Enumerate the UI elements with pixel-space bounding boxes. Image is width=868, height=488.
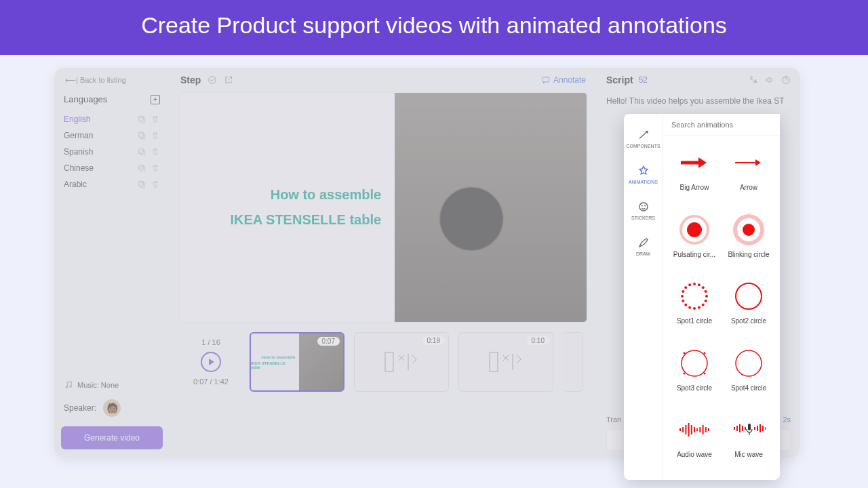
annotate-label: Annotate [553,75,586,85]
tab-label: COMPONENTS [624,144,663,148]
languages-header: Languages + [61,94,163,104]
canvas-image [395,93,587,322]
animation-preview [732,279,766,313]
svg-point-12 [209,77,216,84]
animation-preview [732,413,766,447]
svg-rect-1 [138,116,143,121]
language-item-arabic[interactable]: Arabic [61,176,163,192]
language-item-spanish[interactable]: Spanish [61,144,163,160]
animations-grid: Big ArrowArrowPulsating cir...Blinking c… [663,136,780,480]
svg-rect-58 [734,427,735,430]
svg-rect-67 [762,426,764,431]
animation-spot1-circle[interactable]: Spot1 circle [667,275,722,341]
animation-preview [677,146,711,180]
svg-rect-8 [140,183,145,188]
help-icon[interactable] [781,75,791,85]
copy-icon[interactable] [137,163,146,173]
music-row[interactable]: Music: None [61,376,163,394]
timeline-thumb[interactable]: 0:10 [458,332,553,392]
svg-point-26 [702,304,705,306]
timeline-thumb[interactable] [563,332,583,392]
annotate-button[interactable]: Annotate [541,75,586,85]
timeline-thumb[interactable]: 0:07How to assembleIKEA STENSELLE table [250,332,344,392]
promo-banner: Create Product support videos with anima… [0,0,868,55]
panel-tab-stickers[interactable]: STICKERS [624,194,663,228]
animation-blinking-circle[interactable]: Blinking circle [722,209,776,274]
copy-icon[interactable] [137,147,146,157]
svg-rect-50 [688,423,690,436]
animation-spot2-circle[interactable]: Spot2 circle [722,275,776,341]
svg-rect-52 [694,427,695,432]
svg-point-34 [684,286,687,289]
svg-rect-51 [691,425,692,434]
check-circle-icon[interactable] [208,75,217,85]
tab-label: DRAW [624,251,663,256]
slide-canvas[interactable]: How to assemble IKEA STENSELLE table [179,92,587,323]
svg-rect-2 [140,134,145,139]
external-link-icon[interactable] [224,75,233,85]
speaker-avatar[interactable]: 🧑🏾 [103,399,121,417]
language-item-english[interactable]: English [61,111,163,127]
panel-tab-components[interactable]: COMPONENTS [624,122,663,157]
copy-icon[interactable] [137,131,146,140]
panel-tab-animations[interactable]: ANIMATIONS [624,158,663,192]
language-name: Spanish [64,147,93,157]
trash-icon[interactable] [151,147,160,157]
language-item-german[interactable]: German [61,127,163,144]
svg-point-31 [682,300,684,302]
generate-video-button[interactable]: Generate video [61,426,163,449]
thumb-time: 0:10 [527,336,549,345]
translate-icon[interactable] [749,75,758,85]
animation-label: Big Arrow [680,184,709,191]
svg-point-39 [705,290,707,293]
svg-rect-60 [739,424,741,432]
add-language-button[interactable]: + [151,95,160,104]
svg-rect-14 [385,352,393,371]
svg-point-17 [639,203,648,211]
animation-pulsating-circle[interactable]: Pulsating cir... [667,209,722,274]
copy-icon[interactable] [137,180,146,189]
trash-icon[interactable] [151,163,160,173]
trash-icon[interactable] [151,180,160,189]
language-item-chinese[interactable]: Chinese [61,160,163,176]
volume-icon[interactable] [765,75,774,85]
animation-label: Arrow [740,184,757,191]
canvas-line-1: How to assemble [271,187,381,203]
copy-icon[interactable] [137,115,146,124]
tab-label: STICKERS [624,216,663,220]
back-to-listing-link[interactable]: ⟵| Back to listing [61,76,163,85]
animation-label: Blinking circle [728,251,769,258]
svg-rect-49 [685,425,686,434]
trash-icon[interactable] [151,131,160,140]
panel-tab-draw[interactable]: DRAW [624,230,663,264]
speaker-row[interactable]: Speaker: 🧑🏾 [61,394,163,422]
play-button[interactable] [201,352,221,372]
components-icon [637,129,650,141]
music-label: Music: None [77,381,119,389]
canvas-line-2: IKEA STENSELLE table [230,212,381,228]
svg-point-18 [642,205,642,206]
script-text[interactable]: Hello! This video helps you assemble the… [606,95,791,107]
center-area: Step Annotate How to assemble IKEA STENS… [170,68,597,458]
timeline-thumb[interactable]: 0:19 [354,332,449,392]
animation-audio-wave[interactable]: Audio wave [667,409,722,474]
svg-point-40 [736,283,762,309]
svg-rect-5 [138,148,143,153]
svg-rect-65 [757,426,758,431]
animation-big-arrow[interactable]: Big Arrow [667,142,722,207]
animation-label: Spot2 circle [731,317,766,325]
svg-rect-55 [703,425,704,434]
svg-rect-56 [705,427,707,432]
svg-point-45 [704,372,706,374]
trash-icon[interactable] [151,115,160,124]
animation-arrow[interactable]: Arrow [722,142,776,207]
svg-point-30 [684,304,687,306]
animation-mic-wave[interactable]: Mic wave [722,409,776,474]
search-animations-input[interactable] [663,114,780,136]
animation-preview [732,346,766,380]
svg-rect-9 [138,181,143,186]
language-name: German [64,131,93,140]
animation-spot4-circle[interactable]: Spot4 circle [722,342,776,408]
animation-spot3-circle[interactable]: Spot3 circle [667,342,722,408]
svg-rect-47 [679,428,681,431]
